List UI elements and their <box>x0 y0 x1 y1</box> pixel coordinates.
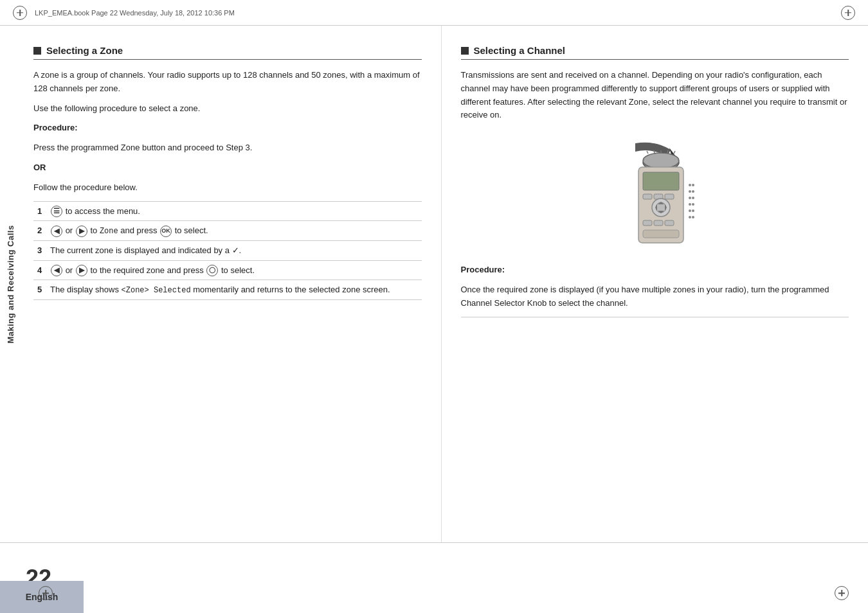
svg-point-1 <box>643 153 679 168</box>
left-section-title: Selecting a Zone <box>46 45 123 56</box>
svg-point-24 <box>689 184 691 186</box>
ok-btn-icon-2: ◯ <box>206 265 218 276</box>
svg-point-26 <box>689 197 691 199</box>
crosshair-top-left <box>13 6 27 20</box>
zone-selected-code: <Zone> Selected <box>122 286 191 295</box>
svg-line-4 <box>654 150 655 153</box>
step-2-content: ◀ or ▶ to Zone and press OK to select. <box>46 221 422 241</box>
table-row: 4 ◀ or ▶ to the required zone and press … <box>33 260 422 280</box>
side-tab-label: Making and Receiving Calls <box>6 225 15 343</box>
header-text: LKP_EMEA.book Page 22 Wednesday, July 18… <box>35 9 235 17</box>
svg-point-28 <box>689 209 691 212</box>
table-row: 5 The display shows <Zone> Selected mome… <box>33 280 422 300</box>
section-icon-right <box>461 47 469 55</box>
svg-point-27 <box>689 203 691 206</box>
side-tab: Making and Receiving Calls <box>0 26 21 542</box>
svg-point-32 <box>692 197 694 199</box>
svg-point-29 <box>689 216 691 218</box>
svg-rect-21 <box>654 220 663 226</box>
svg-point-33 <box>692 203 694 206</box>
svg-line-6 <box>667 150 668 153</box>
left-column: Selecting a Zone A zone is a group of ch… <box>21 26 442 542</box>
svg-point-34 <box>692 209 694 212</box>
svg-point-25 <box>689 190 691 193</box>
svg-point-31 <box>692 190 694 193</box>
header-bar: LKP_EMEA.book Page 22 Wednesday, July 18… <box>0 0 868 26</box>
step-1-content: ☰ to access the menu. <box>46 201 422 221</box>
step-3-content: The current zone is displayed and indica… <box>46 241 422 261</box>
right-btn-icon: ▶ <box>76 226 87 237</box>
right-intro-text: Transmissions are sent and received on a… <box>461 69 849 122</box>
crosshair-bottom-right <box>835 586 849 600</box>
step-4-content: ◀ or ▶ to the required zone and press ◯ … <box>46 260 422 280</box>
table-row: 1 ☰ to access the menu. <box>33 201 422 221</box>
procedure-table: 1 ☰ to access the menu. 2 ◀ or ▶ to Zone… <box>33 201 422 301</box>
left-btn-icon: ◀ <box>51 226 62 237</box>
ok-btn-icon: OK <box>160 226 172 237</box>
step-num-4: 4 <box>33 260 46 280</box>
radio-illustration <box>461 132 849 254</box>
left-intro-text: A zone is a group of channels. Your radi… <box>33 69 422 96</box>
menu-btn-icon: ☰ <box>51 206 62 217</box>
left-btn-icon-2: ◀ <box>51 265 62 276</box>
right-section-heading: Selecting a Channel <box>461 45 849 60</box>
right-column: Selecting a Channel Transmissions are se… <box>442 26 869 542</box>
main-content: Selecting a Zone A zone is a group of ch… <box>21 26 868 542</box>
step-num-1: 1 <box>33 201 46 221</box>
right-procedure-text: Once the required zone is displayed (if … <box>461 283 849 310</box>
procedure-pre-text: Press the programmed Zone button and pro… <box>33 141 422 155</box>
follow-text: Follow the procedure below. <box>33 181 422 195</box>
step-num-3: 3 <box>33 241 46 261</box>
svg-line-7 <box>674 151 675 154</box>
left-section-heading: Selecting a Zone <box>33 45 422 60</box>
svg-rect-11 <box>643 194 652 199</box>
procedure-label-right: Procedure: <box>461 263 849 277</box>
right-section-title: Selecting a Channel <box>474 45 566 56</box>
step-num-5: 5 <box>33 280 46 300</box>
svg-point-35 <box>692 216 694 218</box>
zone-code: Zone <box>100 227 118 236</box>
svg-rect-20 <box>643 220 652 226</box>
crosshair-top-right <box>841 6 855 20</box>
left-use-text: Use the following procedure to select a … <box>33 102 422 116</box>
right-btn-icon-2: ▶ <box>76 265 87 276</box>
step-num-2: 2 <box>33 221 46 241</box>
svg-line-3 <box>647 151 648 154</box>
svg-rect-10 <box>643 172 679 190</box>
table-row: 3 The current zone is displayed and indi… <box>33 241 422 261</box>
crosshair-bottom-left <box>39 586 53 600</box>
svg-rect-23 <box>643 230 679 238</box>
svg-rect-22 <box>665 220 674 226</box>
table-row: 2 ◀ or ▶ to Zone and press OK to select. <box>33 221 422 241</box>
bottom-bar: English 22 <box>0 542 868 613</box>
radio-svg <box>600 134 709 253</box>
svg-point-30 <box>692 184 694 186</box>
svg-rect-13 <box>665 194 674 199</box>
step-5-content: The display shows <Zone> Selected moment… <box>46 280 422 300</box>
or-label: OR <box>33 161 422 175</box>
section-icon-left <box>33 47 41 55</box>
procedure-label-left: Procedure: <box>33 121 422 135</box>
